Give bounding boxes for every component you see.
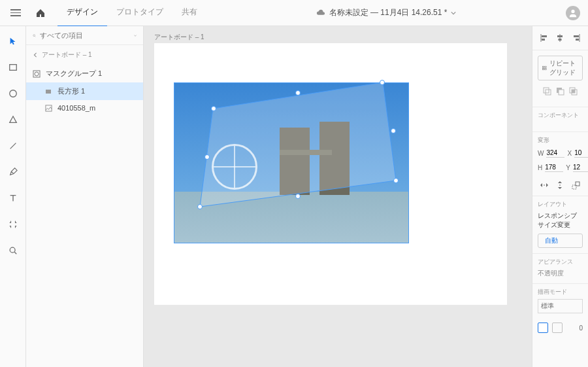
properties-panel: リピートグリッド コンポーネント 変形 W X H Y レイアウト レスポンシブ… [532,26,588,367]
height-input[interactable] [545,163,563,172]
select-tool[interactable] [5,33,22,50]
text-tool[interactable] [5,190,22,207]
breadcrumb-label: アートボード – 1 [42,50,92,60]
intersect-icon[interactable] [568,86,579,96]
x-input[interactable] [574,149,588,158]
layers-panel: アートボード – 1 マスクグループ 1 長方形 1 4010558_m [26,26,144,367]
y-input[interactable] [573,163,588,172]
avatar[interactable] [566,6,580,20]
svg-point-0 [571,9,574,12]
svg-rect-20 [574,35,579,37]
flip-horizontal-icon[interactable] [539,180,549,190]
chevron-down-icon [451,10,456,16]
main: アートボード – 1 マスクグループ 1 長方形 1 4010558_m アート… [0,26,588,367]
doc-title: 名称未設定 — 11月4日 14.26.51 * [329,7,448,18]
x-label: X [567,150,572,157]
svg-point-2 [9,90,16,97]
line-tool[interactable] [5,137,22,154]
layout-label: レイアウト [532,196,588,210]
width-input[interactable] [546,149,564,158]
svg-rect-17 [557,35,563,37]
rotate-icon[interactable] [571,180,581,190]
align-row [532,26,588,50]
fill-row: 0 [532,319,588,337]
handle-tl[interactable] [211,106,216,111]
layer-image[interactable]: 4010558_m [26,100,143,116]
home-icon [35,8,46,18]
layer-rectangle[interactable]: 長方形 1 [26,82,143,100]
user-icon [568,9,578,18]
canvas[interactable]: アートボード – 1 [144,26,532,367]
opacity-label: 不透明度 [532,268,588,284]
height-row: H Y [532,160,588,175]
repeat-grid-row: リピートグリッド [532,50,588,107]
h-label: H [538,164,542,171]
align-right-icon[interactable] [571,33,581,43]
artboard-tool[interactable] [5,216,22,233]
flip-row [532,175,588,196]
grid-icon [542,64,547,72]
svg-line-7 [35,36,35,37]
repeat-grid-button[interactable]: リピートグリッド [538,56,583,80]
svg-rect-24 [543,69,544,70]
fill-swatch[interactable] [538,323,548,333]
responsive-label: レスポンシブサイズ変更 [532,210,588,231]
layer-search[interactable] [26,26,143,45]
breadcrumb[interactable]: アートボード – 1 [26,45,143,65]
artboard[interactable] [154,43,507,305]
subtract-icon[interactable] [555,86,565,96]
handle-tr[interactable] [380,80,385,85]
tab-prototype[interactable]: プロトタイプ [107,0,172,27]
ellipse-tool[interactable] [5,85,22,102]
svg-rect-1 [9,65,16,71]
svg-rect-32 [572,90,575,93]
svg-rect-21 [576,39,579,41]
menu-icon[interactable] [8,5,24,21]
svg-rect-10 [46,90,51,94]
blend-mode-label: 描画モード [532,284,588,298]
tool-rail [0,26,26,367]
layer-mask-group[interactable]: マスクグループ 1 [26,65,143,82]
layer-label: マスクグループ 1 [46,69,102,79]
artboard-label[interactable]: アートボード – 1 [154,33,204,42]
svg-point-9 [35,72,39,76]
topbar-right [566,6,580,20]
handle-tm[interactable] [295,90,301,96]
cloud-icon [316,9,325,18]
chevron-down-icon[interactable] [134,33,137,39]
border-swatch[interactable] [552,323,563,333]
responsive-auto-button[interactable]: 自動 [538,234,583,248]
width-row: W X [532,146,588,160]
home-button[interactable] [31,4,50,22]
svg-rect-29 [559,90,564,95]
align-center-icon[interactable] [555,33,565,43]
handle-mr[interactable] [391,128,396,133]
flip-vertical-icon[interactable] [555,180,565,190]
doc-title-area[interactable]: 名称未設定 — 11月4日 14.26.51 * [206,7,566,18]
blend-mode-select[interactable]: 標準 [538,299,583,313]
svg-rect-11 [45,105,51,111]
tab-share[interactable]: 共有 [172,0,206,27]
polygon-tool[interactable] [5,111,22,128]
svg-rect-22 [543,66,544,67]
zoom-tool[interactable] [5,242,22,259]
mode-tabs: デザイン プロトタイプ 共有 [57,0,206,27]
transform-label: 変形 [532,132,588,146]
handle-ml[interactable] [204,154,210,160]
pen-tool[interactable] [5,164,22,181]
svg-line-3 [10,143,16,149]
union-icon[interactable] [542,86,552,96]
topbar-left: デザイン プロトタイプ 共有 [8,0,206,27]
tab-design[interactable]: デザイン [57,0,107,27]
component-label: コンポーネント [532,107,588,121]
image-icon [44,104,52,112]
search-input[interactable] [40,31,130,39]
rect-icon [44,88,52,96]
align-left-icon[interactable] [539,33,549,43]
svg-rect-18 [559,39,562,41]
transform-selection[interactable] [187,76,409,207]
handle-br[interactable] [393,178,399,183]
handle-bm[interactable] [295,194,301,199]
rectangle-tool[interactable] [5,59,22,76]
handle-bl[interactable] [197,204,203,209]
